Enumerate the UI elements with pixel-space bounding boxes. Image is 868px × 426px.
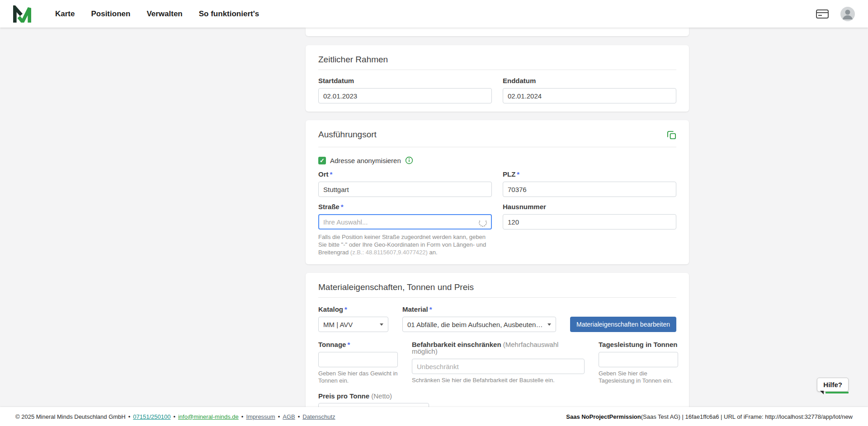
katalog-select[interactable]: MM | AVV [318, 317, 388, 332]
datenschutz-link[interactable]: Datenschutz [302, 413, 335, 420]
nav-item-karte[interactable]: Karte [55, 9, 75, 19]
anonymize-address-checkbox-row[interactable]: ✓ Adresse anonymisieren [318, 156, 676, 164]
tonnage-helper-text: Geben Sie hier das Gewicht in Tonnen ein… [318, 370, 398, 384]
nav-item-verwalten[interactable]: Verwalten [146, 9, 182, 19]
copy-icon[interactable] [667, 130, 676, 141]
separator: • [298, 413, 300, 420]
user-avatar[interactable] [840, 6, 855, 22]
required-mark: * [517, 170, 519, 178]
separator: • [128, 413, 131, 420]
card-zeitlicher-rahmen: Zeitlicher Rahmen Startdatum Enddatum [306, 45, 689, 112]
help-accent-bar [826, 392, 849, 393]
copyright-text: © 2025 Mineral Minds Deutschland GmbH [15, 413, 126, 420]
katalog-selected-value: MM | AVV [323, 321, 353, 328]
agb-link[interactable]: AGB [283, 413, 295, 420]
main-nav: Karte Positionen Verwalten So funktionie… [55, 9, 259, 19]
strasse-label: Straße* [318, 203, 492, 210]
top-navbar: Karte Positionen Verwalten So funktionie… [0, 0, 868, 28]
nav-item-so-funktionierts[interactable]: So funktioniert's [199, 9, 259, 19]
previous-card-bottom [306, 28, 689, 36]
app-permission-text: Saas NoProjectPermission [566, 413, 641, 420]
hausnummer-label: Hausnummer [503, 203, 676, 210]
tagesleistung-input[interactable] [599, 352, 678, 367]
separator: • [278, 413, 280, 420]
footer-bar: © 2025 Mineral Minds Deutschland GmbH • … [0, 407, 868, 426]
material-selected-value: 01 Abfälle, die beim Aufsuchen, Ausbeute… [407, 321, 543, 328]
ort-label: Ort* [318, 171, 492, 178]
startdatum-input[interactable] [318, 88, 492, 103]
separator: • [173, 413, 175, 420]
required-mark: * [429, 305, 432, 313]
material-label: Material* [402, 306, 556, 313]
startdatum-label: Startdatum [318, 77, 492, 84]
card-ausfuehrungsort: Ausführungsort ✓ Adresse anonymisieren [306, 120, 689, 264]
app-info-text: (Saas Test AG) | 16fae1ffc6a6 | URL of i… [641, 413, 853, 420]
check-icon: ✓ [320, 157, 325, 164]
speech-bubble-tail [820, 391, 824, 394]
chevron-down-icon [547, 323, 551, 326]
impressum-link[interactable]: Impressum [246, 413, 275, 420]
required-mark: * [341, 203, 344, 211]
separator: • [241, 413, 244, 420]
ort-input[interactable] [318, 182, 492, 197]
material-select[interactable]: 01 Abfälle, die beim Aufsuchen, Ausbeute… [402, 317, 556, 332]
loading-spinner-icon [479, 219, 487, 227]
katalog-label: Katalog* [318, 306, 388, 313]
tonnage-label: Tonnage* [318, 341, 398, 348]
form-column: Zeitlicher Rahmen Startdatum Enddatum Au… [306, 28, 689, 426]
required-mark: * [344, 305, 347, 313]
enddatum-input[interactable] [503, 88, 676, 103]
tagesleistung-label: Tagesleistung in Tonnen [599, 341, 678, 348]
preis-hint: (Netto) [371, 392, 392, 400]
card-reader-icon[interactable] [816, 9, 829, 19]
section-title-material: Materialeigenschaften, Tonnen und Preis [318, 283, 676, 298]
nav-item-positionen[interactable]: Positionen [91, 9, 130, 19]
checkbox-checked[interactable]: ✓ [318, 157, 326, 164]
hausnummer-input[interactable] [503, 214, 676, 229]
strasse-input[interactable] [318, 214, 492, 229]
tagesleistung-helper-text: Geben Sie hier die Tagesleistung in Tonn… [599, 370, 678, 384]
befahrbarkeit-label: Befahrbarkeit einschränken (Mehrfachausw… [412, 341, 585, 355]
email-link[interactable]: info@mineral-minds.de [178, 413, 239, 420]
mineral-minds-logo-icon[interactable] [13, 5, 32, 23]
preis-label: Preis pro Tonne (Netto) [318, 393, 676, 399]
strasse-helper-text: Falls die Position keiner Straße zugeord… [318, 233, 492, 256]
befahrbarkeit-input[interactable] [412, 359, 585, 374]
section-title-zeitlicher-rahmen: Zeitlicher Rahmen [318, 55, 676, 70]
anonymize-address-label: Adresse anonymisieren [330, 157, 401, 164]
card-materialeigenschaften: Materialeigenschaften, Tonnen und Preis … [306, 273, 689, 426]
help-button-label: Hilfe? [823, 381, 842, 389]
required-mark: * [330, 170, 333, 178]
phone-link[interactable]: 07151/250100 [133, 413, 170, 420]
enddatum-label: Enddatum [503, 77, 676, 84]
plz-input[interactable] [503, 182, 676, 197]
plz-label: PLZ* [503, 171, 676, 178]
edit-material-properties-button[interactable]: Materialeigenschaften bearbeiten [570, 317, 676, 332]
chevron-down-icon [380, 323, 383, 326]
tonnage-input[interactable] [318, 352, 398, 367]
geo-example: (z.B.: 48.8115607,9.4077422) [350, 249, 428, 256]
help-button[interactable]: Hilfe? [817, 378, 849, 392]
befahrbarkeit-helper-text: Schränken Sie hier die Befahrbarkeit der… [412, 377, 585, 384]
required-mark: * [347, 341, 350, 348]
section-title-ausfuehrungsort: Ausführungsort [318, 130, 377, 139]
info-icon[interactable] [405, 156, 413, 164]
